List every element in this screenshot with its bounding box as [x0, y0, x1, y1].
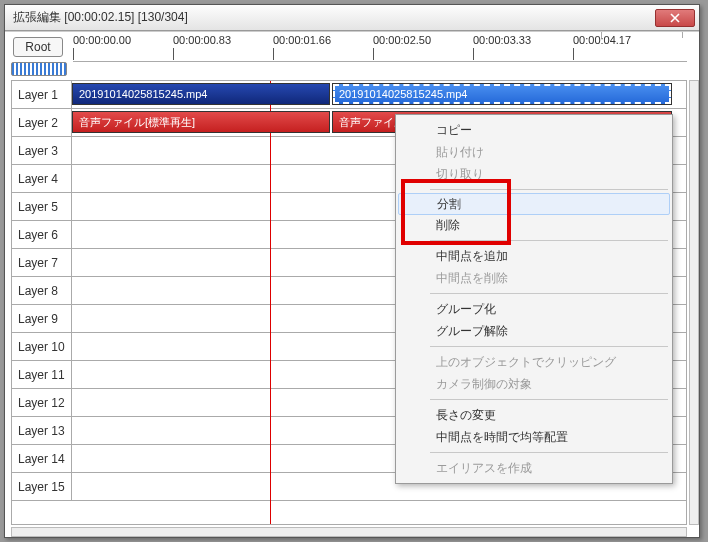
menu-group[interactable]: グループ化 [398, 298, 670, 320]
layer-label[interactable]: Layer 8 [12, 277, 72, 304]
menu-create-alias: エイリアスを作成 [398, 457, 670, 479]
menu-separator [430, 240, 668, 241]
layer-label[interactable]: Layer 1 [12, 81, 72, 108]
ruler-tick: 00:00:01.66 [273, 34, 331, 46]
layer-label[interactable]: Layer 10 [12, 333, 72, 360]
zoom-slider[interactable] [11, 62, 67, 76]
menu-ungroup[interactable]: グループ解除 [398, 320, 670, 342]
time-ruler[interactable]: 00:00:00.00 00:00:00.83 00:00:01.66 00:0… [73, 34, 687, 62]
menu-cut: 切り取り [398, 163, 670, 185]
layer-label[interactable]: Layer 7 [12, 249, 72, 276]
ruler-tick: 00:00:00.00 [73, 34, 131, 46]
menu-even-midpoints[interactable]: 中間点を時間で均等配置 [398, 426, 670, 448]
layer-label[interactable]: Layer 11 [12, 361, 72, 388]
menu-separator [430, 452, 668, 453]
ruler-tick: 00:00:00.83 [173, 34, 231, 46]
layer-row: Layer 1 20191014025815245.mp4 2019101402… [12, 81, 686, 109]
menu-paste: 貼り付け [398, 141, 670, 163]
ruler-tick: 00:00:03.33 [473, 34, 531, 46]
layer-label[interactable]: Layer 6 [12, 221, 72, 248]
menu-camera-target: カメラ制御の対象 [398, 373, 670, 395]
layer-label[interactable]: Layer 4 [12, 165, 72, 192]
menu-separator [430, 189, 668, 190]
layer-label[interactable]: Layer 9 [12, 305, 72, 332]
vertical-scrollbar[interactable] [689, 80, 699, 525]
layer-label[interactable]: Layer 15 [12, 473, 72, 500]
audio-clip[interactable]: 音声ファイル[標準再生] [72, 111, 330, 133]
horizontal-scrollbar[interactable] [11, 527, 687, 537]
titlebar[interactable]: 拡張編集 [00:00:02.15] [130/304] [5, 5, 699, 31]
root-button[interactable]: Root [13, 37, 63, 57]
close-icon [670, 13, 680, 23]
menu-separator [430, 346, 668, 347]
context-menu: コピー 貼り付け 切り取り 分割 削除 中間点を追加 中間点を削除 グループ化 … [395, 114, 673, 484]
layer-track[interactable]: 20191014025815245.mp4 20191014025815245.… [72, 81, 686, 108]
menu-delete[interactable]: 削除 [398, 214, 670, 236]
menu-delete-midpoint: 中間点を削除 [398, 267, 670, 289]
menu-clip-above: 上のオブジェクトでクリッピング [398, 351, 670, 373]
layer-label[interactable]: Layer 3 [12, 137, 72, 164]
ruler-tick: 00:00:04.17 [573, 34, 631, 46]
menu-change-length[interactable]: 長さの変更 [398, 404, 670, 426]
close-button[interactable] [655, 9, 695, 27]
layer-label[interactable]: Layer 14 [12, 445, 72, 472]
menu-separator [430, 293, 668, 294]
menu-split[interactable]: 分割 [398, 193, 670, 215]
layer-label[interactable]: Layer 13 [12, 417, 72, 444]
window-frame: 拡張編集 [00:00:02.15] [130/304] Root 00:00:… [4, 4, 700, 538]
menu-copy[interactable]: コピー [398, 119, 670, 141]
layer-label[interactable]: Layer 12 [12, 389, 72, 416]
menu-separator [430, 399, 668, 400]
menu-add-midpoint[interactable]: 中間点を追加 [398, 245, 670, 267]
window-title: 拡張編集 [00:00:02.15] [130/304] [9, 9, 655, 26]
video-clip[interactable]: 20191014025815245.mp4 [332, 83, 672, 105]
video-clip[interactable]: 20191014025815245.mp4 [72, 83, 330, 105]
layer-label[interactable]: Layer 2 [12, 109, 72, 136]
layer-label[interactable]: Layer 5 [12, 193, 72, 220]
ruler-tick: 00:00:02.50 [373, 34, 431, 46]
